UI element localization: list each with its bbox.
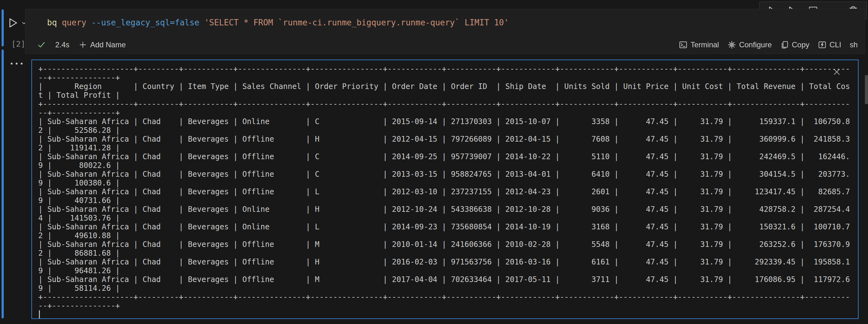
cell-status-actions: Terminal: [679, 40, 858, 49]
notebook-page: { "colors": { "page_bg": "#181818", "cel…: [0, 0, 868, 324]
terminal-button[interactable]: Terminal: [679, 40, 719, 49]
terminal-icon: [679, 40, 687, 49]
configure-button[interactable]: Configure: [727, 40, 772, 49]
code-editor[interactable]: bq query --use_legacy_sql=false 'SELECT …: [25, 9, 865, 36]
terminal-output[interactable]: +--------------------+---------+--------…: [32, 60, 858, 318]
run-cell-button[interactable]: [7, 17, 27, 29]
close-output-button[interactable]: [832, 67, 842, 77]
cell-focus-indicator: [2, 9, 4, 46]
code-token-argument: query: [62, 18, 91, 27]
code-token-command: bq: [47, 18, 62, 27]
execution-count: [2]: [11, 39, 25, 48]
copy-icon: [780, 40, 789, 49]
configure-label: Configure: [739, 40, 772, 49]
editor-scrollbar-thumb[interactable]: [865, 75, 868, 104]
code-token-string: 'SELECT * FROM `runme-ci.runme_bigquery.…: [204, 18, 509, 27]
copy-label: Copy: [792, 40, 809, 49]
play-icon: [7, 17, 19, 29]
code-token-flag: --use_legacy_sql=false: [91, 18, 204, 27]
plus-icon: [79, 41, 87, 49]
add-name-label: Add Name: [90, 40, 126, 49]
terminal-cursor: [39, 310, 40, 318]
gear-icon: [727, 40, 736, 49]
copy-button[interactable]: Copy: [780, 40, 809, 49]
output-focus-indicator: [2, 49, 4, 318]
output-more-menu[interactable]: [9, 62, 24, 66]
cli-button[interactable]: CLI: [818, 40, 841, 49]
cell-output: +--------------------+---------+--------…: [31, 60, 859, 319]
cli-zap-icon: [818, 40, 827, 49]
cli-label: CLI: [829, 40, 841, 49]
cell-status-bar: 2.4s Add Name Terminal: [25, 36, 865, 53]
notebook-cell: bq query --use_legacy_sql=false 'SELECT …: [25, 9, 865, 54]
add-name-button[interactable]: Add Name: [79, 40, 126, 49]
check-icon: [37, 40, 46, 49]
language-selector[interactable]: sh: [850, 40, 858, 49]
terminal-label: Terminal: [690, 40, 719, 49]
close-icon: [833, 68, 841, 76]
execution-duration: 2.4s: [55, 40, 69, 49]
